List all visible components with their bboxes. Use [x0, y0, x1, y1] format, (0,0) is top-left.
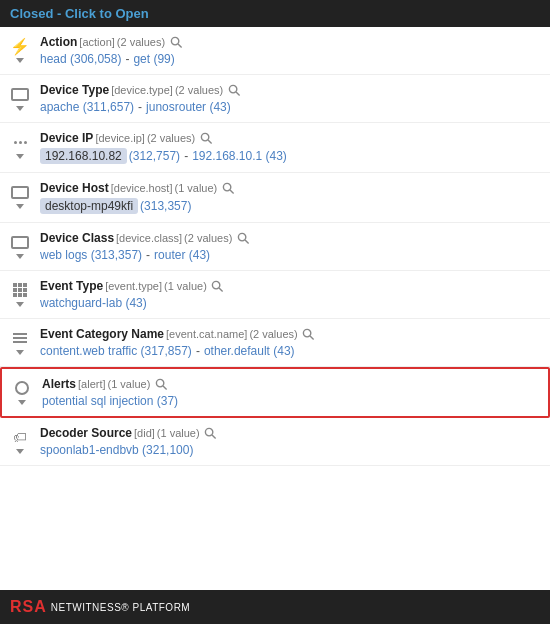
field-values: watchguard-lab (43) — [40, 296, 544, 310]
search-icon[interactable] — [204, 426, 218, 440]
field-value-link[interactable]: head (306,058) — [40, 52, 121, 66]
field-value-link-plain[interactable]: (312,757) — [129, 149, 180, 163]
field-name: Device Class — [40, 231, 114, 245]
search-icon[interactable] — [302, 327, 316, 341]
value-separator: - — [146, 248, 150, 262]
chevron-down-icon[interactable] — [16, 154, 24, 159]
field-value-link[interactable]: other.default (43) — [204, 344, 295, 358]
field-key: [device.ip] — [95, 132, 145, 144]
field-content-device-ip: Device IP [device.ip] (2 values) 192.168… — [36, 131, 544, 164]
field-key: [alert] — [78, 378, 106, 390]
chevron-down-icon[interactable] — [16, 449, 24, 454]
top-bar[interactable]: Closed - Click to Open — [0, 0, 550, 27]
field-value-link[interactable]: web logs (313,357) — [40, 248, 142, 262]
field-title-line: Event Type [event.type] (1 value) — [40, 279, 544, 293]
field-values: potential sql injection (37) — [42, 394, 542, 408]
field-row-device-type: Device Type [device.type] (2 values) apa… — [0, 75, 550, 123]
field-count: (1 value) — [164, 280, 207, 292]
search-icon[interactable] — [236, 231, 250, 245]
svg-point-4 — [201, 133, 208, 140]
svg-line-17 — [212, 435, 216, 439]
circle-icon-wrapper — [10, 379, 34, 397]
icon-col — [4, 233, 36, 259]
field-row-alerts: Alerts [alert] (1 value) potential sql i… — [0, 367, 550, 418]
field-row-event-cat-name: Event Category Name [event.cat.name] (2 … — [0, 319, 550, 367]
field-value-link[interactable]: router (43) — [154, 248, 210, 262]
field-content-action: Action [action] (2 values) head (306,058… — [36, 35, 544, 66]
chevron-down-icon[interactable] — [16, 254, 24, 259]
field-row-device-class: Device Class [device.class] (2 values) w… — [0, 223, 550, 271]
svg-point-2 — [229, 85, 236, 92]
field-value-link[interactable]: watchguard-lab (43) — [40, 296, 147, 310]
svg-line-13 — [310, 336, 314, 340]
search-icon[interactable] — [154, 377, 168, 391]
field-value-link[interactable]: spoonlab1-endbvb (321,100) — [40, 443, 193, 457]
field-value-link-plain[interactable]: (313,357) — [140, 199, 191, 213]
grid-icon-wrapper — [8, 281, 32, 299]
field-title-line: Action [action] (2 values) — [40, 35, 544, 49]
search-icon[interactable] — [211, 279, 225, 293]
svg-point-16 — [206, 428, 213, 435]
field-name: Event Category Name — [40, 327, 164, 341]
field-content-device-class: Device Class [device.class] (2 values) w… — [36, 231, 544, 262]
value-separator: - — [138, 100, 142, 114]
field-count: (2 values) — [117, 36, 165, 48]
field-value-link[interactable]: potential sql injection (37) — [42, 394, 178, 408]
lines-icon — [13, 333, 27, 343]
lightning-icon: ⚡ — [10, 37, 30, 56]
rsa-logo: RSA — [10, 598, 47, 616]
chevron-down-icon[interactable] — [16, 204, 24, 209]
field-values: desktop-mp49kfi(313,357) — [40, 198, 544, 214]
field-name: Decoder Source — [40, 426, 132, 440]
field-key: [device.host] — [111, 182, 173, 194]
field-title-line: Alerts [alert] (1 value) — [42, 377, 542, 391]
field-key: [event.type] — [105, 280, 162, 292]
field-value-badge: desktop-mp49kfi — [40, 198, 138, 214]
field-content-decoder-source: Decoder Source [did] (1 value) spoonlab1… — [36, 426, 544, 457]
svg-point-0 — [171, 37, 178, 44]
field-value-link[interactable]: 192.168.10.1 (43) — [192, 149, 287, 163]
field-name: Event Type — [40, 279, 103, 293]
monitor-icon — [11, 236, 29, 249]
icon-col — [6, 379, 38, 405]
svg-line-9 — [245, 240, 249, 244]
search-icon[interactable] — [199, 131, 213, 145]
chevron-down-icon[interactable] — [16, 106, 24, 111]
value-separator: - — [196, 344, 200, 358]
chevron-down-icon[interactable] — [16, 350, 24, 355]
icon-col: 🏷 — [4, 428, 36, 454]
svg-line-1 — [178, 44, 182, 48]
monitor-icon — [11, 88, 29, 101]
field-values: web logs (313,357) - router (43) — [40, 248, 544, 262]
field-key: [device.type] — [111, 84, 173, 96]
top-bar-label: Closed - Click to Open — [10, 6, 149, 21]
field-value-link[interactable]: junosrouter (43) — [146, 100, 231, 114]
chevron-down-icon[interactable] — [16, 302, 24, 307]
dots-icon — [14, 141, 27, 144]
field-count: (1 value) — [174, 182, 217, 194]
svg-point-6 — [223, 183, 230, 190]
field-row-event-type: Event Type [event.type] (1 value) watchg… — [0, 271, 550, 319]
field-value-link[interactable]: apache (311,657) — [40, 100, 134, 114]
field-key: [did] — [134, 427, 155, 439]
field-count: (2 values) — [249, 328, 297, 340]
search-icon[interactable] — [221, 181, 235, 195]
field-row-device-ip: Device IP [device.ip] (2 values) 192.168… — [0, 123, 550, 173]
svg-line-15 — [163, 386, 167, 390]
field-row-decoder-source: 🏷 Decoder Source [did] (1 value) spoonla… — [0, 418, 550, 466]
field-count: (1 value) — [108, 378, 151, 390]
search-icon[interactable] — [227, 83, 241, 97]
field-content-device-host: Device Host [device.host] (1 value) desk… — [36, 181, 544, 214]
search-icon[interactable] — [169, 35, 183, 49]
field-content-event-type: Event Type [event.type] (1 value) watchg… — [36, 279, 544, 310]
field-value-link[interactable]: content.web traffic (317,857) — [40, 344, 192, 358]
chevron-down-icon[interactable] — [18, 400, 26, 405]
chevron-down-icon[interactable] — [16, 58, 24, 63]
field-title-line: Device Type [device.type] (2 values) — [40, 83, 544, 97]
field-count: (2 values) — [147, 132, 195, 144]
field-value-link[interactable]: get (99) — [133, 52, 174, 66]
monitor-icon-wrapper — [8, 183, 32, 201]
svg-point-12 — [304, 329, 311, 336]
field-name: Device Type — [40, 83, 109, 97]
monitor-icon — [11, 186, 29, 199]
